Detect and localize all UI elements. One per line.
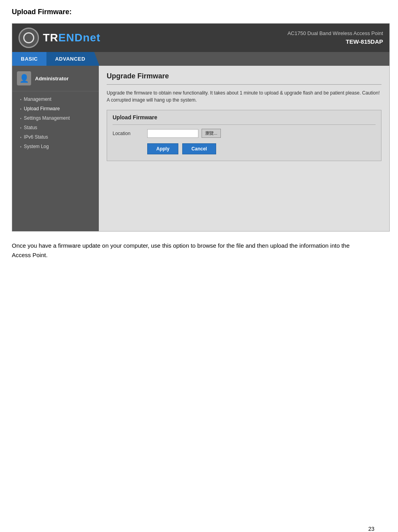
sidebar-item-settings-management-label: Settings Management (24, 115, 70, 121)
body-description: Once you have a firmware update on your … (12, 241, 366, 260)
trendnet-logo-icon (19, 28, 39, 48)
device-description: AC1750 Dual Band Wireless Access Point (287, 30, 383, 37)
location-label: Location (113, 131, 144, 136)
tab-basic[interactable]: BASIC (12, 52, 46, 66)
page-number: 23 (368, 526, 374, 532)
main-panel: Upgrade Firmware Upgrade the firmware to… (99, 66, 389, 231)
upload-firmware-box: Upload Firmware Location 瀏覽... Apply Can… (107, 110, 381, 161)
cancel-button[interactable]: Cancel (182, 143, 216, 154)
admin-label: Administrator (35, 76, 68, 82)
sidebar-item-system-log[interactable]: System Log (12, 142, 99, 151)
nav-tabs: BASIC ADVANCED (12, 52, 389, 66)
sidebar: 👤 Administrator Management Upload Firmwa… (12, 66, 99, 231)
upload-box-title: Upload Firmware (113, 114, 376, 120)
apply-button[interactable]: Apply (147, 143, 178, 154)
sidebar-item-upload-firmware[interactable]: Upload Firmware (12, 104, 99, 113)
section-title: Upgrade Firmware (107, 72, 381, 80)
device-frame: TRENDnet AC1750 Dual Band Wireless Acces… (12, 23, 390, 232)
file-location-input[interactable] (147, 129, 198, 138)
sidebar-item-ipv6-status[interactable]: IPv6 Status (12, 132, 99, 142)
trendnet-logo: TRENDnet (19, 28, 100, 48)
browse-button[interactable]: 瀏覽... (202, 129, 221, 138)
device-model: TEW-815DAP (287, 37, 383, 46)
logo-text: TRENDnet (43, 32, 100, 44)
sidebar-item-ipv6-status-label: IPv6 Status (24, 134, 48, 140)
logo-tr: TR (43, 32, 58, 44)
device-header: TRENDnet AC1750 Dual Band Wireless Acces… (12, 24, 389, 52)
sidebar-item-status-label: Status (24, 125, 37, 130)
sidebar-item-settings-management[interactable]: Settings Management (12, 113, 99, 123)
sidebar-menu: Management Upload Firmware Settings Mana… (12, 91, 99, 154)
logo-end: ENDnet (58, 32, 100, 44)
tab-advanced[interactable]: ADVANCED (46, 52, 100, 66)
section-divider (107, 84, 381, 85)
sidebar-item-upload-firmware-label: Upload Firmware (24, 106, 60, 111)
location-row: Location 瀏覽... (113, 129, 376, 138)
page-title: Upload Firmware: (12, 8, 386, 16)
upload-box-divider (113, 124, 376, 125)
sidebar-item-management-label: Management (24, 96, 52, 102)
sidebar-item-status[interactable]: Status (12, 123, 99, 132)
admin-section: 👤 Administrator (12, 66, 99, 91)
device-info: AC1750 Dual Band Wireless Access Point T… (287, 30, 383, 45)
sidebar-item-management[interactable]: Management (12, 95, 99, 104)
sidebar-item-system-log-label: System Log (24, 144, 49, 149)
description-text: Upgrade the firmware to obtain new funct… (107, 89, 381, 104)
content-area: 👤 Administrator Management Upload Firmwa… (12, 66, 389, 231)
action-row: Apply Cancel (113, 142, 376, 157)
avatar: 👤 (17, 71, 31, 85)
